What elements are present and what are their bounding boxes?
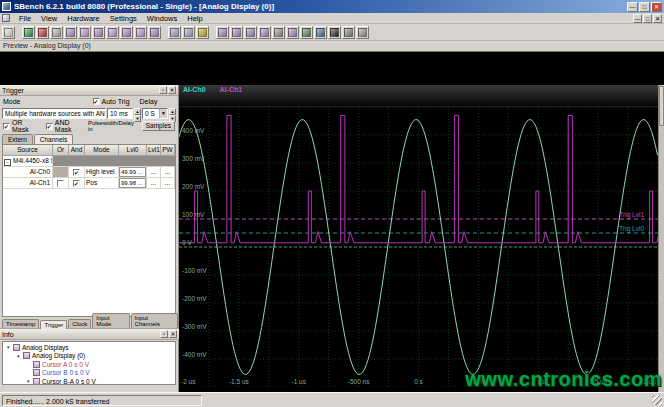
menu-help[interactable]: Help — [182, 13, 207, 24]
lvl1-cell[interactable]: ... — [147, 167, 161, 177]
export-data-button[interactable] — [2, 26, 15, 39]
svg-text:-2 us: -2 us — [181, 378, 196, 385]
window-cascade-button[interactable] — [168, 26, 181, 39]
minimize-button[interactable]: — — [627, 2, 638, 12]
menu-view[interactable]: View — [36, 13, 62, 24]
lvl0-field[interactable]: 99.98 ... — [119, 178, 146, 188]
window-tile-button[interactable] — [182, 26, 195, 39]
mdi-close-button[interactable]: ✕ — [653, 14, 662, 23]
menu-settings[interactable]: Settings — [105, 13, 142, 24]
close-panel-icon[interactable]: ✕ — [168, 86, 176, 94]
lvl0-field[interactable]: 49.99 ... — [119, 167, 146, 177]
scope-scrollbar[interactable] — [658, 85, 664, 392]
delay-select[interactable]: 0 S ▼ — [142, 108, 168, 119]
zoom-display-button[interactable] — [272, 26, 285, 39]
preview-canvas[interactable] — [0, 51, 664, 85]
tab-input-mode[interactable]: Input Mode — [92, 313, 129, 328]
tab-input-channels[interactable]: Input Channels — [131, 313, 178, 328]
text-label-button[interactable] — [342, 26, 355, 39]
tree-item-analog-display[interactable]: ▾Analog Display (0) — [3, 352, 175, 361]
menu-windows[interactable]: Windows — [142, 13, 182, 24]
tab-timestamp[interactable]: Timestamp — [2, 319, 39, 328]
stop-acquisition-button[interactable] — [36, 26, 49, 39]
table-row[interactable]: AI-Ch1 Pos 99.98 ... ... ... — [3, 178, 175, 189]
start-acquisition-button[interactable] — [22, 26, 35, 39]
card-output-button[interactable] — [120, 26, 133, 39]
pw-cell[interactable]: ... — [161, 167, 175, 177]
mdi-minimize-button[interactable]: — — [633, 14, 642, 23]
lvl1-cell[interactable]: ... — [147, 178, 161, 188]
add-channel-button[interactable] — [300, 26, 313, 39]
menubar-app-icon — [2, 14, 10, 22]
auto-trig-spinner[interactable]: ▲▼ — [134, 108, 141, 119]
tree-node-icon — [23, 352, 30, 359]
analog-display-button[interactable] — [216, 26, 229, 39]
preview-display-button[interactable] — [50, 26, 63, 39]
or-checkbox[interactable] — [57, 180, 64, 187]
tab-trigger[interactable]: Trigger — [40, 320, 67, 329]
waveform-plot[interactable]: Trig Lvl1Trig Lvl0400 mV300 mV200 mV100 … — [179, 107, 658, 387]
card-settings-button[interactable] — [64, 26, 77, 39]
card-input-button[interactable] — [78, 26, 91, 39]
trigger-mode-select[interactable]: Multiple hardware sources with AND/OR ▼ — [2, 108, 106, 119]
table-row[interactable]: AI-Ch0 High level 49.99 ... ... ... — [3, 167, 175, 178]
svg-text:0 V: 0 V — [182, 239, 192, 246]
delay-spinner[interactable]: ▲▼ — [169, 108, 176, 119]
pw-cell[interactable]: ... — [161, 178, 175, 188]
fft-display-icon — [246, 28, 255, 37]
maximize-button[interactable]: □ — [639, 2, 650, 12]
menu-hardware[interactable]: Hardware — [62, 13, 105, 24]
tree-item-cursor-b[interactable]: Cursor B 0 s 0 V — [3, 369, 175, 378]
column-header-mode[interactable]: Mode — [85, 145, 119, 155]
and-checkbox[interactable] — [73, 180, 80, 187]
tree-item-cursor-b-a[interactable]: ▾Cursor B-A 0 s 0 V — [3, 377, 175, 385]
digital-display-button[interactable] — [230, 26, 243, 39]
column-header-or[interactable]: Or — [53, 145, 69, 155]
float-panel-icon[interactable]: ▫ — [159, 86, 167, 94]
resize-grip-icon[interactable] — [652, 395, 662, 405]
table-group-row[interactable]: -M4i.4450-x8 S... — [3, 156, 175, 167]
or-mask-checkbox[interactable] — [3, 123, 10, 130]
menu-file[interactable]: File — [14, 13, 36, 24]
trigger-mode-cell[interactable]: High level — [85, 167, 119, 177]
tree-node-icon — [13, 344, 20, 351]
tab-clock[interactable]: Clock — [68, 319, 91, 328]
auto-trig-checkbox[interactable] — [93, 98, 100, 105]
column-header-and[interactable]: And — [69, 145, 85, 155]
fft-display-button[interactable] — [244, 26, 257, 39]
tree-item-analog-displays[interactable]: ▾Analog Displays — [3, 343, 175, 352]
samples-button[interactable]: Samples — [142, 121, 175, 131]
auto-trig-time-field[interactable]: 10 ms — [107, 108, 133, 119]
channel-tab-ai-ch1[interactable]: AI-Ch1 — [220, 86, 243, 93]
card-clock-button[interactable] — [106, 26, 119, 39]
info-panel-header: Info ▫ ✕ — [0, 329, 179, 340]
multi-display-button[interactable] — [258, 26, 271, 39]
column-header-source[interactable]: Source — [3, 145, 53, 155]
watermark: www.cntronics.com — [462, 368, 662, 391]
chevron-down-icon[interactable]: ▼ — [159, 109, 167, 118]
tree-item-cursor-a[interactable]: Cursor A 0 s 0 V — [3, 360, 175, 369]
float-panel-icon[interactable]: ▫ — [160, 330, 168, 338]
signal-calc-button[interactable] — [314, 26, 327, 39]
tab-extern[interactable]: Extern — [2, 134, 33, 144]
signal-calc-icon — [316, 28, 325, 37]
column-header-pw[interactable]: PW — [161, 145, 175, 155]
and-mask-checkbox[interactable] — [46, 123, 53, 130]
mdi-restore-button[interactable]: □ — [643, 14, 652, 23]
card-mode-button[interactable] — [134, 26, 147, 39]
grid-settings-button[interactable] — [356, 26, 369, 39]
column-header-lvl1[interactable]: Lvl1 — [147, 145, 161, 155]
delete-display-button[interactable] — [328, 26, 341, 39]
card-channels-button[interactable] — [148, 26, 161, 39]
close-button[interactable]: ✕ — [651, 2, 662, 12]
close-panel-icon[interactable]: ✕ — [169, 330, 177, 338]
and-checkbox[interactable] — [73, 169, 80, 176]
collapse-group-icon[interactable]: - — [4, 159, 11, 166]
trigger-mode-cell[interactable]: Pos — [85, 178, 119, 188]
column-header-lvl0[interactable]: Lvl0 — [119, 145, 147, 155]
cross-display-button[interactable] — [286, 26, 299, 39]
channel-tab-ai-ch0[interactable]: AI-Ch0 — [183, 86, 206, 93]
battery-status-button[interactable] — [196, 26, 209, 39]
card-trigger-button[interactable] — [92, 26, 105, 39]
delay-label: Delay — [140, 98, 158, 105]
